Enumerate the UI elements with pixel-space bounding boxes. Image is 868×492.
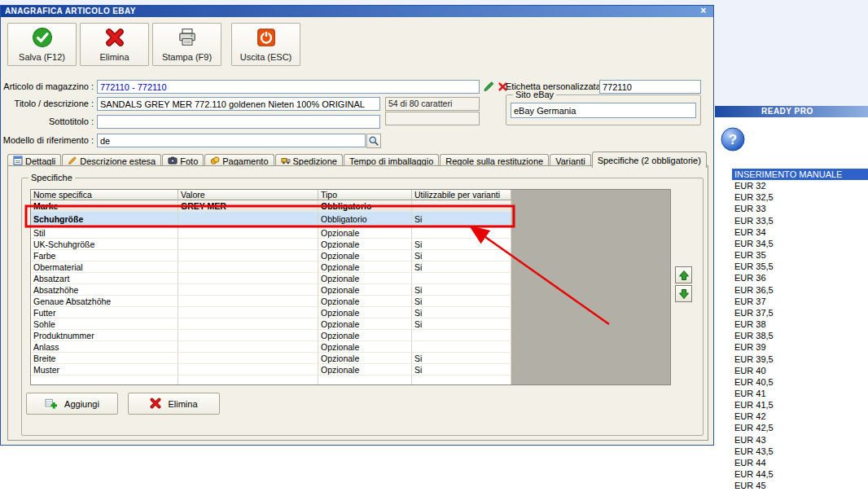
- column-header-varianti[interactable]: Utilizzabile per varianti: [412, 190, 511, 200]
- cell-valore[interactable]: [178, 250, 318, 261]
- cell-nome-specifica[interactable]: Genaue Absatzhöhe: [31, 296, 178, 307]
- cell-valore[interactable]: [178, 364, 318, 376]
- cell-varianti[interactable]: Si: [412, 318, 511, 330]
- size-list-item[interactable]: EUR 34: [732, 226, 868, 238]
- size-list-item[interactable]: EUR 39,5: [732, 354, 868, 365]
- cell-varianti[interactable]: [412, 200, 511, 212]
- delete-button[interactable]: Elimina: [80, 23, 149, 66]
- size-list-item[interactable]: EUR 40,5: [732, 376, 868, 388]
- size-list-item[interactable]: EUR 41: [732, 388, 868, 399]
- column-header-tipo[interactable]: Tipo: [318, 190, 412, 200]
- size-list-item[interactable]: EUR 43,5: [732, 446, 868, 457]
- cell-varianti[interactable]: Si: [412, 353, 511, 364]
- table-row[interactable]: Produktnummer Opzionale: [31, 330, 511, 341]
- cell-nome-specifica[interactable]: Obermaterial: [31, 261, 178, 273]
- size-list-item[interactable]: EUR 39: [732, 341, 868, 353]
- cell-valore[interactable]: [178, 341, 318, 353]
- cell-nome-specifica[interactable]: Marke: [31, 200, 178, 212]
- cell-valore[interactable]: [178, 239, 318, 250]
- size-list-item[interactable]: EUR 36,5: [732, 284, 868, 296]
- tab-specifiche[interactable]: Specifiche (2 obbligatorie): [592, 152, 707, 168]
- cell-tipo[interactable]: Opzionale: [318, 261, 412, 273]
- cell-valore[interactable]: [178, 318, 318, 330]
- table-row[interactable]: Futter Opzionale Si: [31, 307, 511, 318]
- size-list-item[interactable]: EUR 37: [732, 296, 868, 307]
- cell-tipo[interactable]: Opzionale: [318, 284, 412, 296]
- cell-tipo[interactable]: Opzionale: [318, 364, 412, 376]
- table-row[interactable]: Marke GREY MER Obbligatorio: [31, 200, 511, 212]
- size-list-item[interactable]: EUR 36: [732, 272, 868, 283]
- table-row[interactable]: UK-Schuhgröße Opzionale Si: [31, 239, 511, 250]
- cell-tipo[interactable]: Opzionale: [318, 341, 412, 353]
- table-row[interactable]: Schuhgröße Obbligatorio Si: [31, 212, 511, 227]
- cell-valore[interactable]: GREY MER: [178, 200, 318, 212]
- search-button[interactable]: [366, 134, 381, 148]
- size-list-item[interactable]: EUR 42,5: [732, 422, 868, 433]
- table-row[interactable]: Anlass Opzionale: [31, 341, 511, 353]
- cell-nome-specifica[interactable]: UK-Schuhgröße: [31, 239, 178, 250]
- size-list-item[interactable]: INSERIMENTO MANUALE: [732, 169, 868, 180]
- table-row[interactable]: Absatzhöhe Opzionale Si: [31, 284, 511, 296]
- titolo-input[interactable]: [97, 97, 380, 111]
- table-row[interactable]: Breite Opzionale Si: [31, 353, 511, 364]
- cell-nome-specifica[interactable]: Schuhgröße: [31, 212, 178, 227]
- size-list-item[interactable]: EUR 40: [732, 365, 868, 376]
- table-row[interactable]: Muster Opzionale Si: [31, 364, 511, 376]
- cell-varianti[interactable]: Si: [412, 284, 511, 296]
- cell-nome-specifica[interactable]: Absatzhöhe: [31, 284, 178, 296]
- cell-nome-specifica[interactable]: Absatzart: [31, 273, 178, 284]
- sito-ebay-input[interactable]: [511, 103, 696, 118]
- size-list-item[interactable]: EUR 33,5: [732, 215, 868, 226]
- cell-varianti[interactable]: Si: [412, 296, 511, 307]
- table-row[interactable]: Absatzart Opzionale: [31, 273, 511, 284]
- cell-varianti[interactable]: Si: [412, 239, 511, 250]
- sottotitolo-input[interactable]: [97, 115, 380, 129]
- cell-nome-specifica[interactable]: Muster: [31, 364, 178, 376]
- save-button[interactable]: Salva (F12): [7, 23, 77, 66]
- table-row[interactable]: Sohle Opzionale Si: [31, 318, 511, 330]
- size-list-item[interactable]: EUR 35: [732, 249, 868, 261]
- column-header-nome[interactable]: Nome specifica: [31, 190, 178, 200]
- cell-nome-specifica[interactable]: Sohle: [31, 318, 178, 330]
- move-down-button[interactable]: [675, 285, 692, 302]
- size-list-item[interactable]: EUR 32,5: [732, 191, 868, 203]
- size-list-item[interactable]: EUR 37,5: [732, 307, 868, 318]
- table-row[interactable]: Farbe Opzionale Si: [31, 250, 511, 261]
- cell-varianti[interactable]: [412, 273, 511, 284]
- size-list-item[interactable]: EUR 45: [732, 480, 868, 491]
- size-list-item[interactable]: EUR 44,5: [732, 468, 868, 480]
- etichetta-input[interactable]: [599, 80, 701, 94]
- cell-tipo[interactable]: Obbligatorio: [318, 200, 412, 212]
- size-list-item[interactable]: EUR 32: [732, 180, 868, 191]
- cell-valore[interactable]: [178, 227, 318, 239]
- size-list-item[interactable]: EUR 34,5: [732, 238, 868, 249]
- aggiungi-button[interactable]: Aggiungi: [26, 393, 118, 415]
- cell-varianti[interactable]: Si: [412, 261, 511, 273]
- size-list-item[interactable]: EUR 44: [732, 457, 868, 468]
- cell-tipo[interactable]: Opzionale: [318, 353, 412, 364]
- cell-tipo[interactable]: Opzionale: [318, 250, 412, 261]
- cell-valore[interactable]: [178, 273, 318, 284]
- cell-tipo[interactable]: Opzionale: [318, 318, 412, 330]
- cell-valore[interactable]: [178, 353, 318, 364]
- cell-varianti[interactable]: Si: [412, 212, 511, 227]
- size-list-item[interactable]: EUR 42: [732, 411, 868, 422]
- cell-valore[interactable]: [178, 261, 318, 273]
- cell-tipo[interactable]: Opzionale: [318, 273, 412, 284]
- table-row[interactable]: Obermaterial Opzionale Si: [31, 261, 511, 273]
- cell-tipo[interactable]: Opzionale: [318, 296, 412, 307]
- size-list-item[interactable]: EUR 38: [732, 318, 868, 330]
- cell-varianti[interactable]: [412, 341, 511, 353]
- cell-varianti[interactable]: Si: [412, 307, 511, 318]
- move-up-button[interactable]: [675, 266, 692, 283]
- cell-nome-specifica[interactable]: Farbe: [31, 250, 178, 261]
- cell-varianti[interactable]: [412, 330, 511, 341]
- cell-nome-specifica[interactable]: Anlass: [31, 341, 178, 353]
- exit-button[interactable]: Uscita (ESC): [231, 23, 300, 66]
- cell-tipo[interactable]: Opzionale: [318, 227, 412, 239]
- cell-nome-specifica[interactable]: Produktnummer: [31, 330, 178, 341]
- table-row[interactable]: Stil Opzionale: [31, 227, 511, 239]
- column-header-valore[interactable]: Valore: [178, 190, 318, 200]
- cell-varianti[interactable]: Si: [412, 364, 511, 376]
- table-row[interactable]: Genaue Absatzhöhe Opzionale Si: [31, 296, 511, 307]
